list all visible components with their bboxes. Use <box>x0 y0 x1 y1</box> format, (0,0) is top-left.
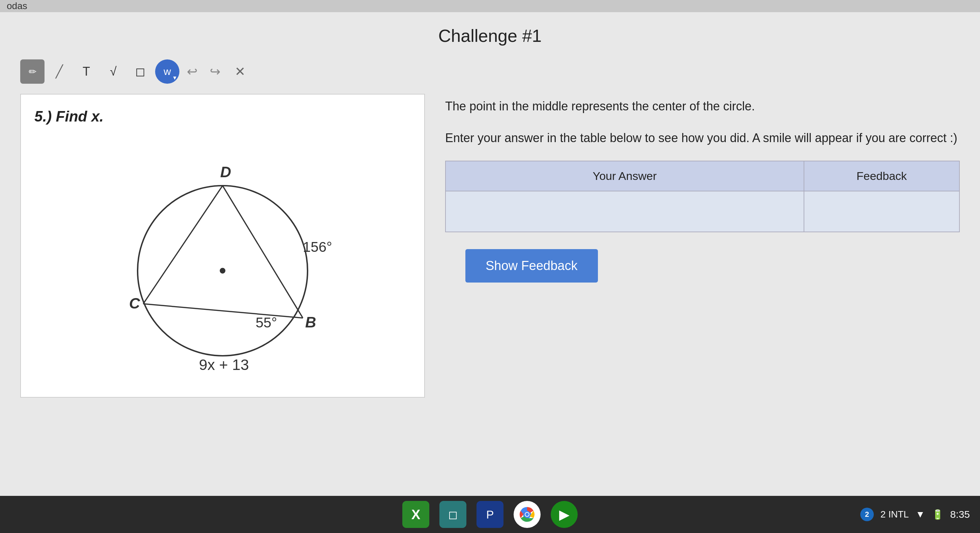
wifi-icon: ▼ <box>916 509 925 520</box>
taskbar: X ◻ P ▶ <box>0 496 980 533</box>
pen-color-icon: w <box>164 66 171 77</box>
files-taskbar-icon[interactable]: ◻ <box>439 501 466 528</box>
answer-input[interactable] <box>456 205 794 218</box>
pen-icon: ✏ <box>29 66 37 77</box>
time-display: 8:35 <box>950 509 970 520</box>
table-row <box>445 191 959 232</box>
feedback-cell <box>804 191 959 232</box>
close-tool-button[interactable]: ✕ <box>228 59 252 84</box>
top-bar: odas <box>0 0 980 12</box>
sqrt-tool-button[interactable]: √ <box>101 59 126 84</box>
pen-color-button[interactable]: w <box>155 59 180 84</box>
chrome-icon <box>517 504 537 525</box>
sqrt-icon: √ <box>110 64 117 79</box>
files-icon: ◻ <box>448 508 458 521</box>
svg-text:55°: 55° <box>256 314 277 330</box>
slides-icon: P <box>486 508 494 521</box>
col-header-your-answer: Your Answer <box>445 161 804 191</box>
svg-point-1 <box>220 268 226 274</box>
network-indicator: 2 <box>860 508 874 521</box>
svg-text:156°: 156° <box>303 239 332 255</box>
excel-icon: X <box>411 507 420 522</box>
svg-line-2 <box>143 186 223 304</box>
description-line2: Enter your answer in the table below to … <box>445 129 960 147</box>
svg-line-3 <box>223 186 303 318</box>
play-icon: ▶ <box>559 507 570 522</box>
text-icon: T <box>83 64 90 79</box>
play-taskbar-icon[interactable]: ▶ <box>551 501 578 528</box>
chrome-taskbar-icon[interactable] <box>514 501 541 528</box>
right-panel: The point in the middle represents the c… <box>445 94 960 397</box>
svg-text:C: C <box>129 295 140 311</box>
answer-cell[interactable] <box>445 191 804 232</box>
redo-button[interactable]: ↪ <box>205 59 225 84</box>
pen-tool-button[interactable]: ✏ <box>20 59 45 84</box>
svg-text:D: D <box>220 163 231 180</box>
close-icon: ✕ <box>235 64 245 79</box>
svg-text:B: B <box>305 314 316 330</box>
app-name: odas <box>7 1 27 11</box>
geometry-svg: D C B 156° 55° 9x + 13 <box>105 139 340 375</box>
svg-line-4 <box>143 304 303 318</box>
slides-taskbar-icon[interactable]: P <box>477 501 503 528</box>
redo-icon: ↪ <box>210 64 221 79</box>
page-title: Challenge #1 <box>20 26 960 46</box>
svg-point-15 <box>525 513 529 516</box>
answer-table: Your Answer Feedback <box>445 161 960 232</box>
figure-area: D C B 156° 55° 9x + 13 <box>34 139 411 375</box>
main-content: Challenge #1 ✏ ╱ T √ ◻ w ↩ ↪ ✕ <box>0 12 980 499</box>
eraser-icon: ◻ <box>135 64 145 79</box>
svg-text:9x + 13: 9x + 13 <box>199 356 249 373</box>
toolbar: ✏ ╱ T √ ◻ w ↩ ↪ ✕ <box>20 59 960 84</box>
col-header-feedback: Feedback <box>804 161 959 191</box>
eraser-tool-button[interactable]: ◻ <box>128 59 153 84</box>
undo-button[interactable]: ↩ <box>182 59 202 84</box>
line-tool-button[interactable]: ╱ <box>47 59 72 84</box>
intl-label: 2 INTL <box>880 509 909 520</box>
description-line1: The point in the middle represents the c… <box>445 97 960 115</box>
canvas-panel: 5.) Find x. <box>20 94 425 397</box>
battery-icon: 🔋 <box>932 509 943 520</box>
two-column-layout: 5.) Find x. <box>20 94 960 397</box>
excel-taskbar-icon[interactable]: X <box>402 501 429 528</box>
text-tool-button[interactable]: T <box>74 59 99 84</box>
undo-icon: ↩ <box>187 64 197 79</box>
problem-title: 5.) Find x. <box>34 108 411 125</box>
line-icon: ╱ <box>56 64 63 79</box>
system-tray: 2 2 INTL ▼ 🔋 8:35 <box>860 496 980 533</box>
show-feedback-button[interactable]: Show Feedback <box>465 249 598 282</box>
